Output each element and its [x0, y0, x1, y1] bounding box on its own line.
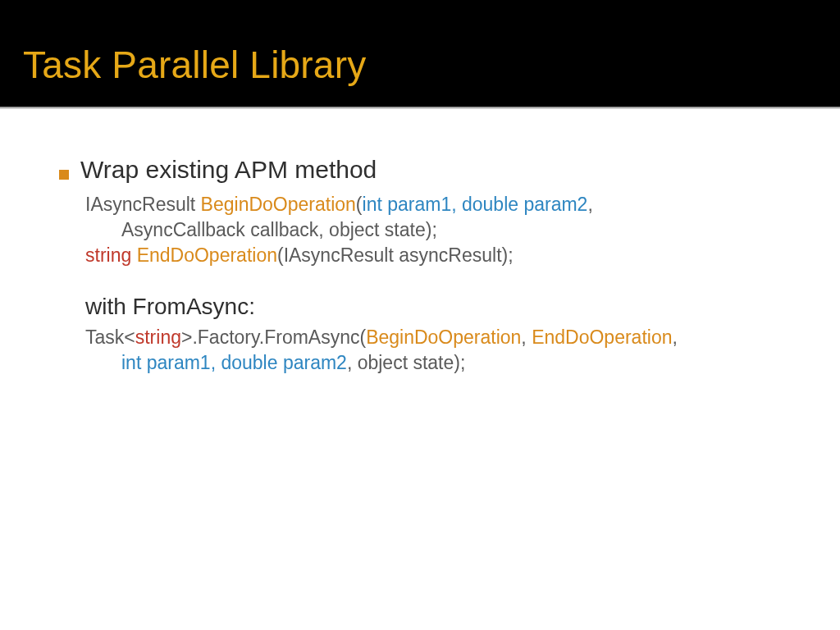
fromasync-call-cont: int param1, double param2, object state)… — [121, 350, 781, 376]
slide-header: Task Parallel Library — [0, 0, 840, 107]
begin-ref: BeginDoOperation — [366, 326, 521, 348]
method-name: BeginDoOperation — [201, 194, 356, 215]
comma2: , — [672, 326, 677, 348]
tail: , object state); — [347, 352, 465, 373]
bullet-text: Wrap existing APM method — [80, 153, 377, 187]
callback-state-params: AsyncCallback callback, object state); — [121, 219, 437, 240]
end-ref: EndDoOperation — [532, 326, 672, 348]
with-fromasync-label: with FromAsync: — [85, 291, 781, 322]
paren-open: ( — [356, 194, 363, 215]
signature-begin: IAsyncResult BeginDoOperation(int param1… — [85, 192, 781, 217]
sep: , — [521, 326, 532, 348]
bullet-square-icon — [59, 170, 69, 180]
signature-end: string EndDoOperation(IAsyncResult async… — [85, 243, 781, 268]
params: (IAsyncResult asyncResult); — [277, 244, 514, 266]
signature-begin-cont: AsyncCallback callback, object state); — [121, 217, 781, 243]
task-open: Task< — [85, 326, 135, 348]
return-type: IAsyncResult — [85, 194, 201, 215]
slide-body: Wrap existing APM method IAsyncResult Be… — [0, 109, 840, 393]
typed-params: int param1, double param2 — [363, 194, 588, 215]
return-type: string — [85, 244, 131, 266]
slide-title: Task Parallel Library — [23, 43, 817, 87]
comma: , — [587, 194, 592, 215]
bullet-item: Wrap existing APM method — [59, 153, 781, 187]
with-label: with FromAsync: — [85, 294, 255, 319]
fromasync-call: Task<string>.Factory.FromAsync(BeginDoOp… — [85, 325, 781, 350]
method-name: EndDoOperation — [137, 244, 277, 266]
typed-params: int param1, double param2 — [121, 352, 347, 373]
generic-type: string — [135, 326, 181, 348]
factory-call: >.Factory.FromAsync( — [181, 326, 366, 348]
